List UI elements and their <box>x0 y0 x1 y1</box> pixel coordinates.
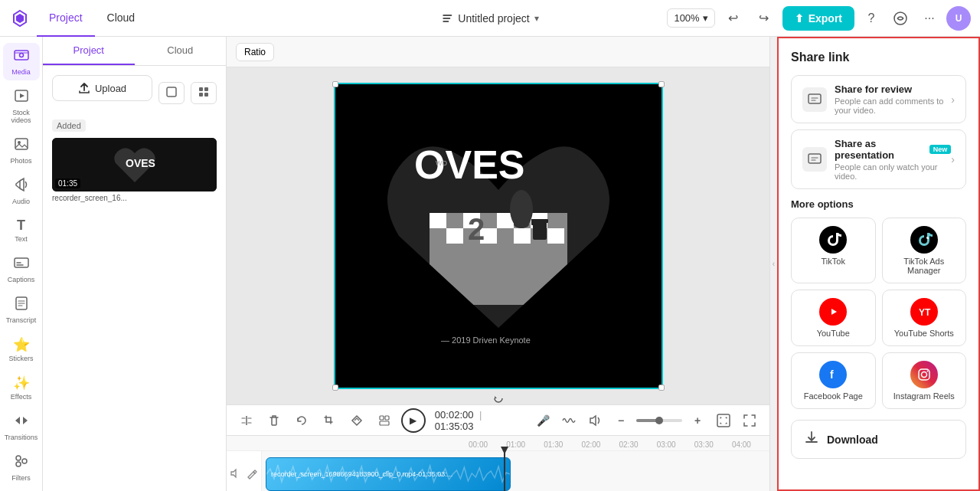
tiktok-icon <box>819 226 847 254</box>
split-tool[interactable] <box>236 410 257 431</box>
svg-text:OVES: OVES <box>126 157 155 169</box>
more-options-button[interactable]: ··· <box>917 6 942 31</box>
transitions-icon <box>14 413 29 432</box>
share-as-presentation-option[interactable]: Share as presentation New People can onl… <box>791 129 966 189</box>
sidebar-item-captions[interactable]: Captions <box>3 250 40 288</box>
tiktok-ads-icon <box>910 226 938 254</box>
zoom-in-button[interactable]: + <box>687 410 708 431</box>
sidebar-item-photos[interactable]: Photos <box>3 132 40 169</box>
sidebar-item-filters[interactable]: Filters <box>3 449 40 486</box>
svg-rect-33 <box>547 213 564 228</box>
sidebar-item-stock[interactable]: Stock videos <box>3 83 40 129</box>
undo-button[interactable]: ↩ <box>721 6 746 31</box>
download-button[interactable]: Download <box>791 420 966 459</box>
panel-content: Upload Added <box>43 66 226 491</box>
svg-rect-6 <box>15 51 28 60</box>
sidebar-item-effects-label: Effects <box>11 393 31 401</box>
sidebar-item-media[interactable]: Media <box>3 43 40 80</box>
social-item-instagram[interactable]: Instagram Reels <box>882 352 967 409</box>
panel-tab-cloud[interactable]: Cloud <box>135 37 227 65</box>
fit-button[interactable] <box>713 410 734 431</box>
tab-cloud[interactable]: Cloud <box>95 0 148 37</box>
mute-button[interactable] <box>230 466 243 482</box>
sidebar-item-text[interactable]: T Text <box>3 213 40 247</box>
stickers-icon: ⭐ <box>13 336 30 353</box>
svg-rect-20 <box>204 87 208 91</box>
ruler-mark-5: 03:00 <box>657 440 694 449</box>
sidebar-item-audio-label: Audio <box>12 198 30 205</box>
resize-handle-tl[interactable] <box>332 81 338 87</box>
resize-handle-br[interactable] <box>658 385 665 391</box>
zoom-out-button[interactable]: − <box>610 410 632 431</box>
svg-point-68 <box>926 371 928 372</box>
tiktok-label: TikTok <box>822 257 845 266</box>
playhead[interactable] <box>504 451 505 491</box>
svg-rect-26 <box>430 213 446 228</box>
social-item-youtube[interactable]: YouTube <box>791 290 876 346</box>
sidebar-item-transitions[interactable]: Transitions <box>3 408 40 446</box>
play-button[interactable]: ▶ <box>401 408 426 433</box>
export-icon: ⬆ <box>795 12 804 25</box>
social-item-facebook[interactable]: f Facebook Page <box>791 352 876 409</box>
color-tool[interactable] <box>346 410 368 431</box>
svg-marker-1 <box>16 14 24 23</box>
share-review-chevron-icon: › <box>951 93 955 106</box>
svg-marker-9 <box>20 93 24 98</box>
wave-button[interactable] <box>558 410 580 431</box>
share-review-title: Share for review <box>835 83 951 95</box>
sound-button[interactable] <box>584 410 606 431</box>
canvas-viewport: OVES 2 — 2019 Driven Keynote WD <box>227 67 769 404</box>
ratio-button[interactable]: Ratio <box>236 43 274 61</box>
track-content: recorder_screen_16986694183900_clip_0.mp… <box>262 451 769 491</box>
sidebar-item-transcript[interactable]: Transcript <box>3 291 40 329</box>
help-button[interactable]: ? <box>859 6 884 31</box>
video-canvas[interactable]: OVES 2 — 2019 Driven Keynote WD <box>334 83 663 389</box>
svg-rect-34 <box>430 228 446 244</box>
media-grid: OVES 01:35 recorder_screen_16... <box>52 138 217 202</box>
svg-text:f: f <box>830 368 834 381</box>
redo-button[interactable]: ↪ <box>752 6 776 31</box>
upload-button[interactable]: Upload <box>52 75 152 101</box>
rotate-handle[interactable] <box>491 391 506 406</box>
view-toggle-tablet[interactable] <box>158 82 185 104</box>
project-name[interactable]: Untitled project ▾ <box>441 12 538 25</box>
panel-collapse-handle[interactable]: ‹ <box>769 37 777 491</box>
mic-button[interactable]: 🎤 <box>532 410 554 431</box>
layout-tool[interactable] <box>374 410 395 431</box>
undo-tool[interactable] <box>291 410 312 431</box>
time-separator: | <box>479 409 482 421</box>
media-item[interactable]: OVES 01:35 recorder_screen_16... <box>52 138 217 202</box>
delete-tool[interactable] <box>263 410 285 431</box>
fullscreen-button[interactable] <box>739 410 760 431</box>
social-item-youtube-shorts[interactable]: YT YouTube Shorts <box>882 290 967 346</box>
svg-rect-4 <box>443 21 449 22</box>
tab-project[interactable]: Project <box>37 0 95 37</box>
sidebar-item-effects[interactable]: ✨ Effects <box>3 370 40 405</box>
share-for-review-option[interactable]: Share for review People can add comments… <box>791 75 966 123</box>
logo[interactable] <box>9 8 31 29</box>
captions-icon <box>14 255 29 274</box>
panel-tab-project[interactable]: Project <box>43 37 135 65</box>
zoom-control[interactable]: 100% ▾ <box>667 8 714 28</box>
svg-rect-46 <box>531 219 535 225</box>
edit-track-button[interactable] <box>246 466 259 482</box>
sidebar-item-audio[interactable]: Audio <box>3 172 40 210</box>
svg-text:2: 2 <box>468 212 485 246</box>
social-item-tiktok-ads[interactable]: TikTok Ads Manager <box>882 218 967 283</box>
audio-icon <box>14 177 29 196</box>
project-name-text: Untitled project <box>458 12 529 25</box>
ruler-mark-6: 03:30 <box>694 440 732 449</box>
view-toggle-grid[interactable] <box>191 82 217 104</box>
sidebar-item-stickers[interactable]: ⭐ Stickers <box>3 332 40 367</box>
crop-tool[interactable] <box>318 410 340 431</box>
resize-handle-bl[interactable] <box>332 385 338 391</box>
export-button[interactable]: ⬆ Export <box>782 6 854 31</box>
media-duration: 01:35 <box>55 178 80 188</box>
svg-rect-65 <box>915 365 933 384</box>
resize-handle-tr[interactable] <box>658 81 665 87</box>
share-button[interactable] <box>888 6 913 31</box>
sidebar-item-text-label: Text <box>15 235 28 243</box>
video-clip[interactable]: recorder_screen_16986694183900_clip_0.mp… <box>266 457 511 491</box>
social-item-tiktok[interactable]: TikTok <box>791 218 876 283</box>
zoom-slider[interactable] <box>636 419 682 422</box>
